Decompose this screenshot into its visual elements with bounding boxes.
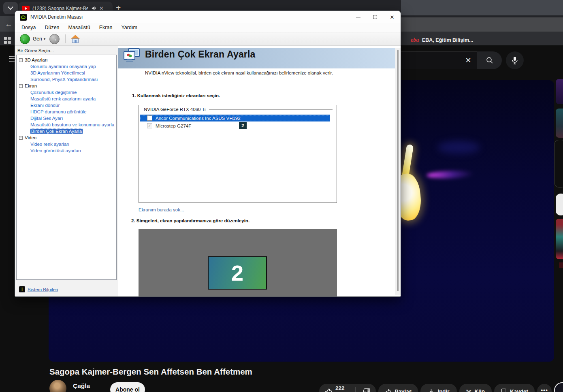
task-sidebar: Bir Görev Seçin... −3D AyarlarıGörüntü a… [15, 46, 118, 297]
download-button[interactable]: İndir [420, 384, 457, 392]
search-clear-icon[interactable]: ✕ [463, 55, 473, 66]
tree-item-10[interactable]: Masaüstü boyutunu ve konumunu ayarla [17, 121, 116, 128]
display-checkbox-checked[interactable]: ✓ [147, 123, 152, 128]
suggested-thumbnail[interactable] [556, 79, 563, 104]
tree-item-label: Masaüstü boyutunu ve konumunu ayarla [30, 122, 114, 127]
menu-masa-st-[interactable]: Masaüstü [64, 24, 94, 31]
clip-button[interactable]: ✂ Klip [459, 384, 492, 392]
tree-item-0[interactable]: −3D Ayarları [17, 57, 116, 63]
tree-item-label: Surround, PhysX Yapılandırması [30, 77, 98, 82]
tree-item-9[interactable]: Dijital Ses Ayarı [17, 115, 116, 121]
tree-item-1[interactable]: Görüntü ayarlarını önayarla yap [17, 63, 116, 70]
close-button[interactable]: ✕ [384, 11, 401, 23]
nvidia-logo-icon [20, 14, 27, 21]
step1-label: 1. Kullanmak istediğiniz ekranları seçin… [132, 93, 220, 98]
system-info[interactable]: i Sistem Bilgileri [19, 286, 58, 292]
tree-item-label: Video renk ayarları [30, 142, 69, 147]
partial-avatar [554, 382, 563, 392]
screen: (1238) Sagopa Kajmer-Berg ✕ + ← ir eba E… [0, 0, 563, 392]
pill-divider [355, 387, 356, 392]
tree-item-8[interactable]: HDCP durumunu görüntüle [17, 109, 116, 115]
like-dislike-pill[interactable]: 222 B [319, 384, 376, 392]
share-icon [384, 388, 392, 392]
tree-item-5[interactable]: Çözünürlük değiştirme [17, 89, 116, 96]
tree-expander-icon[interactable]: − [19, 84, 23, 88]
forward-button[interactable]: → [49, 34, 60, 44]
window-titlebar[interactable]: NVIDIA Denetim Masası ✕ [15, 11, 401, 23]
voice-search-button[interactable] [506, 51, 524, 69]
suggested-thumbnail[interactable] [556, 109, 563, 138]
suggested-thumbnail[interactable] [556, 219, 563, 259]
suggested-thumbnail[interactable] [556, 194, 563, 215]
page-title: Birden Çok Ekran Ayarla [145, 49, 256, 60]
tree-item-2[interactable]: 3D Ayarlarının Yönetilmesi [17, 70, 116, 76]
tree-item-11[interactable]: Birden Çok Ekran Ayarla [17, 128, 116, 134]
tree-item-label: HDCP durumunu görüntüle [30, 109, 87, 114]
back-button[interactable]: ← [20, 34, 30, 44]
tree-item-label: Ekranı döndür [30, 103, 60, 108]
window-title: NVIDIA Denetim Masası [30, 14, 83, 20]
video-title: Sagopa Kajmer-Bergen Sen Affetsen Ben Af… [49, 367, 414, 377]
monitor-2-icon[interactable]: 2 [208, 256, 267, 290]
like-count: 222 B [335, 385, 348, 392]
save-label: Kaydet [510, 388, 528, 392]
tree-item-7[interactable]: Ekranı döndür [17, 102, 116, 109]
bookmark-icon [501, 388, 507, 392]
forward-arrow-icon: → [52, 36, 58, 42]
tree-item-14[interactable]: Video görüntüsü ayarları [17, 147, 116, 154]
tree-expander-icon[interactable]: − [19, 58, 23, 62]
more-actions-button[interactable]: ••• [537, 384, 552, 392]
display-checkbox-unchecked[interactable] [147, 115, 152, 121]
content-pane: Birden Çok Ekran Ayarla NVIDIA nView tek… [118, 46, 401, 297]
chevron-down-icon [8, 4, 13, 10]
channel-avatar[interactable] [49, 380, 66, 392]
maximize-button[interactable] [367, 11, 384, 23]
scissors-icon: ✂ [466, 388, 471, 392]
display-row-microstep[interactable]: ✓ Microstep G274F 2 [140, 122, 330, 129]
menu-yard-m[interactable]: Yardım [117, 24, 141, 31]
tree-item-3[interactable]: Surround, PhysX Yapılandırması [17, 76, 116, 83]
toolbar-separator [65, 34, 66, 43]
back-history-caret-icon[interactable]: ▾ [44, 37, 46, 41]
channel-name[interactable]: Çağla [73, 382, 90, 390]
arrangement-panel[interactable]: 2 [139, 229, 337, 297]
bookmark-eba[interactable]: EBA, Eğitim Bilişim... [422, 37, 473, 43]
nvidia-control-panel-window: NVIDIA Denetim Masası ✕ DosyaDüzenMasaüs… [15, 11, 401, 297]
browser-back-icon[interactable]: ← [5, 20, 13, 29]
download-icon [428, 388, 435, 392]
content-scrollbar-thumb[interactable] [397, 50, 399, 291]
tree-item-13[interactable]: Video renk ayarları [17, 141, 116, 147]
gpu-group-line [209, 109, 333, 110]
tree-expander-icon[interactable]: − [19, 136, 23, 140]
tree-item-label: Çözünürlük değiştirme [30, 90, 77, 95]
tree-item-label: Birden Çok Ekran Ayarla [30, 129, 83, 134]
display-not-here-link[interactable]: Ekranım burada yok... [139, 207, 184, 212]
tree-item-4[interactable]: −Ekran [17, 83, 116, 89]
display-row-asus[interactable]: Ancor Communications Inc ASUS VH192 [140, 115, 330, 121]
suggested-card-outline[interactable] [554, 140, 563, 187]
save-button[interactable]: Kaydet [494, 384, 535, 392]
apps-grid-icon[interactable] [4, 37, 11, 44]
menu-dosya[interactable]: Dosya [17, 24, 40, 31]
minimize-button[interactable] [350, 11, 367, 23]
menu-d-zen[interactable]: Düzen [41, 24, 63, 31]
share-label: Paylaş [395, 388, 412, 392]
step2-label: 2. Simgeleri, ekran yapılandırmanıza gör… [131, 218, 250, 223]
subscribe-button[interactable]: Abone ol [110, 382, 145, 392]
video-light-smudge [437, 141, 480, 154]
window-body: Bir Görev Seçin... −3D AyarlarıGörüntü a… [15, 46, 401, 297]
thumbs-down-icon[interactable] [363, 388, 370, 392]
browser-address-strip-right [401, 17, 563, 32]
home-button[interactable] [70, 35, 80, 43]
video-purple-streak [427, 170, 475, 179]
share-button[interactable]: Paylaş [378, 384, 418, 392]
clip-label: Klip [474, 388, 485, 392]
thumbs-up-icon[interactable] [325, 388, 333, 392]
system-info-link[interactable]: Sistem Bilgileri [28, 287, 58, 292]
tree-item-6[interactable]: Masaüstü renk ayarlarını ayarla [17, 96, 116, 102]
display-listbox[interactable]: NVIDIA GeForce RTX 4060 Ti Ancor Communi… [139, 105, 337, 203]
search-button[interactable] [477, 51, 502, 69]
display-name: Microstep G274F [156, 124, 191, 128]
tree-item-12[interactable]: −Video [17, 134, 116, 141]
menu-ekran[interactable]: Ekran [95, 24, 117, 31]
